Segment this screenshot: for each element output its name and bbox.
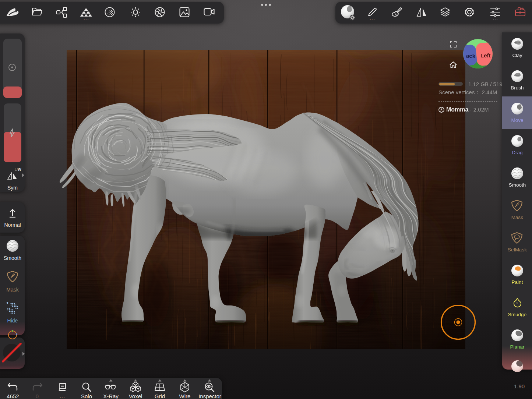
svg-text:Left: Left [480,52,491,59]
svg-text:ack: ack [466,53,476,59]
